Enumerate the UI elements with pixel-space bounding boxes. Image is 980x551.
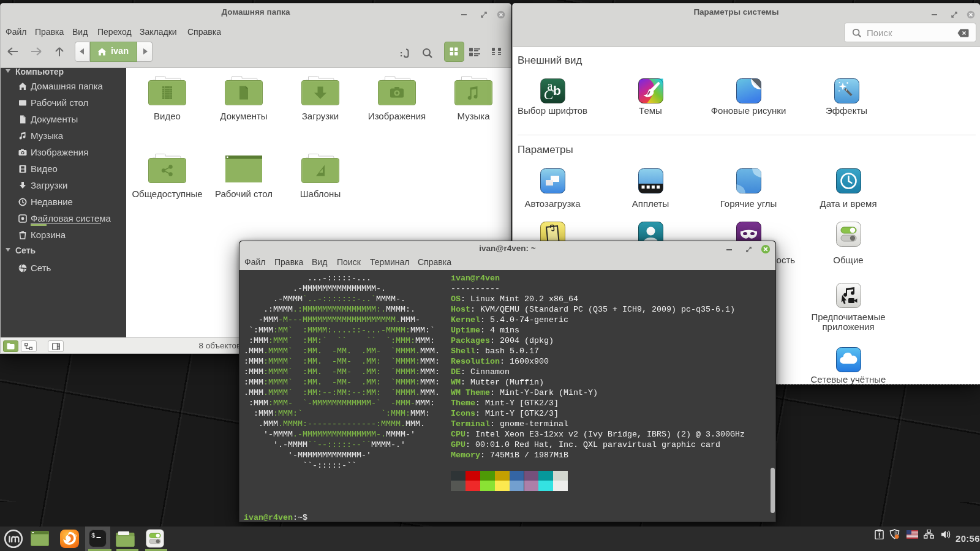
svg-text:$: $	[91, 532, 96, 539]
svg-text:C: C	[543, 86, 554, 102]
svg-text:b: b	[553, 83, 561, 97]
